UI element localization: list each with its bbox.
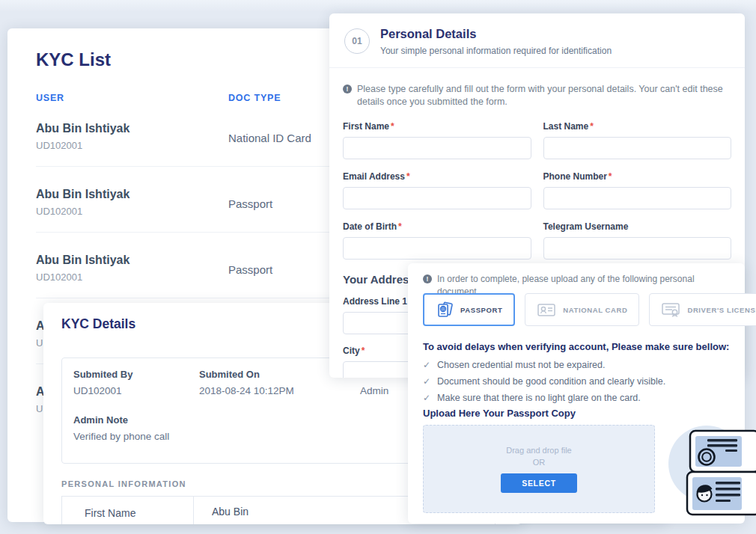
required-mark: * xyxy=(590,121,594,132)
doc-type: Passport xyxy=(228,263,272,276)
kyc-list-title: KYC List xyxy=(36,49,111,70)
telegram-input[interactable] xyxy=(543,237,732,260)
passport-card-graphic xyxy=(690,431,756,472)
select-file-button[interactable]: SELECT xyxy=(501,473,577,493)
dob-label: Date of Birth xyxy=(343,221,397,232)
info-icon: ! xyxy=(343,85,352,93)
column-header-doc-type[interactable]: DOC TYPE xyxy=(228,93,281,103)
city-label: City xyxy=(343,346,360,356)
personal-details-title: Personal Details xyxy=(380,27,476,41)
admin-note: Admin Note Verified by phone call xyxy=(73,414,169,442)
upload-section-title: Upload Here Your Passport Copy xyxy=(423,408,576,419)
personal-details-subtitle: Your simple personal information require… xyxy=(380,46,612,56)
doc-type-drivers-license-button[interactable]: DRIVER'S LICENSE xyxy=(649,293,756,326)
doc-type: National ID Card xyxy=(228,132,311,144)
form-note-text: Please type carefully and fill out the f… xyxy=(357,83,738,108)
required-mark: * xyxy=(362,346,365,356)
check-icon: ✓ xyxy=(423,360,430,370)
email-field-group: Email Address* xyxy=(343,171,531,209)
required-mark: * xyxy=(406,171,410,182)
check-icon: ✓ xyxy=(423,376,430,387)
last-name-field-group: Last Name* xyxy=(543,121,732,159)
required-mark: * xyxy=(609,171,612,182)
doc-type-passport-button[interactable]: PASSPORT xyxy=(423,293,515,326)
info-icon: ! xyxy=(423,274,432,283)
check-icon: ✓ xyxy=(423,393,430,403)
address-line-1-label: Address Line 1 xyxy=(343,296,407,307)
doc-type: Passport xyxy=(228,197,272,210)
phone-label: Phone Number xyxy=(543,171,607,182)
first-name-input[interactable] xyxy=(343,137,531,159)
passport-icon xyxy=(436,301,454,319)
submitted-on: Submited On 2018-08-24 10:12PM xyxy=(199,369,294,396)
table-field-label: First Name xyxy=(62,497,194,524)
phone-field-group: Phone Number* xyxy=(543,171,732,209)
telegram-label: Telegram Username xyxy=(543,221,629,232)
id-card-graphic xyxy=(687,472,756,515)
required-mark: * xyxy=(391,121,394,132)
kyc-details-title: KYC Details xyxy=(61,316,135,332)
id-cards-illustration xyxy=(668,416,756,530)
personal-information-section-label: PERSONAL INFORMATION xyxy=(61,479,186,488)
step-number-badge: 01 xyxy=(344,28,370,54)
divider xyxy=(329,67,745,68)
email-input[interactable] xyxy=(343,187,531,209)
first-name-field-group: First Name* xyxy=(343,121,531,159)
national-card-icon xyxy=(537,301,556,318)
column-header-user[interactable]: USER xyxy=(36,93,64,103)
last-name-label: Last Name xyxy=(543,121,589,132)
doc-type-selector: PASSPORT NATIONAL CARD xyxy=(423,293,730,326)
file-dropzone[interactable]: Drag and drop file OR SELECT xyxy=(423,425,655,513)
form-note: ! Please type carefully and fill out the… xyxy=(343,83,738,108)
doc-type-national-card-button[interactable]: NATIONAL CARD xyxy=(525,293,639,326)
drivers-license-icon xyxy=(661,301,680,318)
checklist-item: ✓ Make sure that there is no light glare… xyxy=(423,393,665,403)
phone-input[interactable] xyxy=(543,187,732,209)
submitted-by: Submited By UD102001 xyxy=(73,369,132,396)
email-label: Email Address xyxy=(343,171,405,182)
checklist-item: ✓ Document should be good condition and … xyxy=(423,376,665,387)
first-name-label: First Name xyxy=(343,121,389,132)
telegram-field-group: Telegram Username xyxy=(543,221,732,260)
verify-warning-title: To avoid delays when verifying account, … xyxy=(423,341,729,352)
checklist-item: ✓ Chosen credential must not be expaired… xyxy=(423,360,665,370)
dob-input[interactable] xyxy=(343,237,531,260)
dropzone-hint: Drag and drop file xyxy=(506,446,571,455)
dropzone-or: OR xyxy=(533,458,546,467)
dob-field-group: Date of Birth* xyxy=(343,221,531,260)
verify-checklist: ✓ Chosen credential must not be expaired… xyxy=(423,360,665,409)
address-section-title: Your Address xyxy=(343,273,415,286)
personal-details-form: First Name* Last Name* Email Address* Ph… xyxy=(343,121,731,260)
table-field-value: Abu Bin xyxy=(194,497,249,524)
last-name-input[interactable] xyxy=(543,137,732,159)
required-mark: * xyxy=(398,221,402,232)
